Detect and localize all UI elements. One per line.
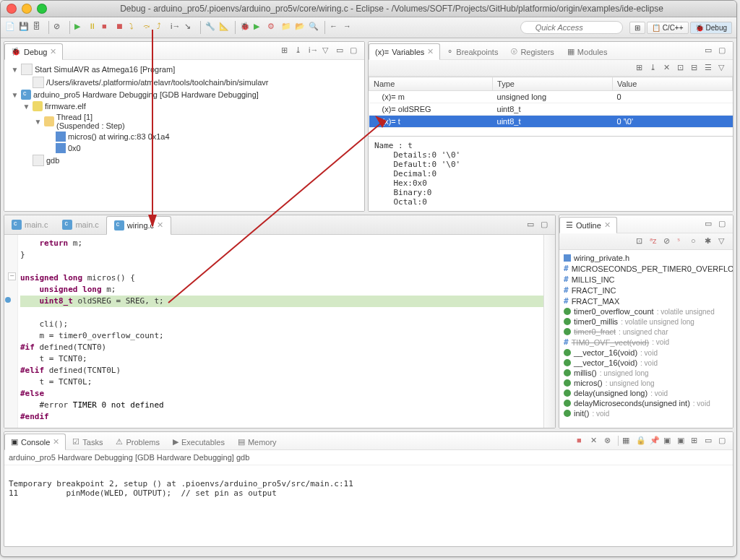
open-btn[interactable]: 📂 — [295, 22, 306, 33]
tab-variables[interactable]: (x)=Variables ✕ — [369, 43, 440, 60]
tab-outline[interactable]: ☰Outline ✕ — [559, 217, 617, 233]
debug-tree-row[interactable]: gdb — [6, 154, 363, 167]
col-name[interactable]: Name — [369, 77, 493, 91]
debug-cfg-btn[interactable]: 🐞 — [240, 22, 251, 33]
tab-console[interactable]: ▣Console ✕ — [4, 434, 66, 450]
col-value[interactable]: Value — [613, 77, 733, 91]
col-type[interactable]: Type — [493, 77, 613, 91]
terminate-icon[interactable]: ■ — [577, 436, 587, 446]
code-line[interactable]: m = timer0_overflow_count; — [20, 330, 543, 342]
pin-icon[interactable]: 📌 — [650, 436, 660, 446]
minimize-icon[interactable]: ▭ — [527, 220, 537, 230]
view-menu-icon[interactable]: ▽ — [718, 63, 728, 73]
disconnect-btn[interactable]: ⏹ — [116, 22, 127, 33]
ext-tools-btn[interactable]: ⚙ — [267, 22, 279, 33]
debug-tool-3[interactable]: i→ — [309, 46, 319, 56]
outline-item[interactable]: delay(unsigned long) : void — [564, 388, 728, 398]
tab-memory[interactable]: ▤Memory — [231, 434, 283, 449]
outline-item[interactable]: init() : void — [564, 408, 728, 418]
otool-5[interactable]: ○ — [691, 236, 701, 246]
outline-item[interactable]: wiring_private.h — [564, 253, 728, 263]
maximize-icon[interactable]: ▢ — [718, 46, 728, 56]
minimize-icon[interactable]: ▭ — [705, 436, 715, 446]
search-btn[interactable]: 🔍 — [309, 22, 320, 33]
tab-problems[interactable]: ⚠Problems — [109, 434, 165, 449]
skip-bp-btn[interactable]: ⊘ — [53, 22, 65, 33]
debug-tree-row[interactable]: ▼arduino_pro5 Hardware Debugging [GDB Ha… — [6, 89, 363, 100]
new-console-icon[interactable]: ⊞ — [691, 436, 701, 446]
otool-4[interactable]: ˢ — [677, 236, 687, 246]
step-over-btn[interactable]: ⤼ — [143, 22, 155, 33]
code-line[interactable] — [20, 307, 543, 319]
minimize-icon[interactable]: ▭ — [705, 219, 715, 229]
perspective-debug[interactable]: 🐞Debug — [690, 22, 732, 34]
tab-breakpoints[interactable]: ⚬Breakpoints — [440, 43, 504, 59]
vtool-1[interactable]: ⊞ — [636, 63, 646, 73]
maximize-icon[interactable]: ▢ — [350, 46, 360, 56]
run-cfg-btn[interactable]: ▶ — [254, 22, 265, 33]
close-icon[interactable]: ✕ — [604, 220, 611, 230]
code-line[interactable]: uint8_t oldSREG = SREG, t; — [20, 296, 543, 307]
close-window-btn[interactable] — [7, 4, 17, 14]
close-icon[interactable]: ✕ — [50, 47, 56, 56]
drop-frame-btn[interactable]: ↘ — [184, 22, 196, 33]
code-line[interactable]: } — [20, 249, 543, 261]
step-return-btn[interactable]: ⤴ — [157, 22, 168, 33]
scroll-lock-icon[interactable]: 🔒 — [636, 436, 646, 446]
tab-registers[interactable]: ⦾Registers — [504, 43, 560, 59]
tab-debug[interactable]: 🐞Debug ✕ — [4, 43, 63, 60]
open-console-icon[interactable]: ▣ — [677, 436, 687, 446]
new-btn[interactable]: 📄 — [5, 22, 17, 33]
console-output[interactable]: Temporary breakpoint 2, setup () at .pio… — [4, 465, 733, 502]
debug-tree-row[interactable]: micros() at wiring.c:83 0x1a4 — [6, 131, 363, 142]
maximize-icon[interactable]: ▢ — [718, 219, 728, 229]
tool2-btn[interactable]: 📐 — [219, 22, 231, 33]
code-line[interactable]: unsigned long m; — [20, 284, 543, 296]
code-line[interactable]: cli(); — [20, 319, 543, 330]
open-perspective-btn[interactable]: ⊞ — [629, 22, 645, 34]
view-menu-icon[interactable]: ▽ — [322, 46, 332, 56]
maximize-icon[interactable]: ▢ — [541, 220, 551, 230]
view-menu-icon[interactable]: ▽ — [718, 236, 728, 246]
code-line[interactable]: #if defined(TCNT0) — [20, 342, 543, 353]
save-btn[interactable]: 💾 — [19, 22, 30, 33]
minimize-icon[interactable]: ▭ — [705, 46, 715, 56]
remove-icon[interactable]: ✕ — [590, 436, 601, 446]
editor-tab[interactable]: main.c — [4, 216, 55, 233]
variable-row[interactable]: (x)= tuint8_t0 '\0' — [369, 116, 733, 128]
code-line[interactable]: return m; — [20, 238, 543, 249]
minimize-icon[interactable]: ▭ — [336, 46, 346, 56]
outline-item[interactable]: #MILLIS_INC — [564, 274, 728, 285]
instr-step-btn[interactable]: i→ — [171, 22, 182, 33]
otool-3[interactable]: ⊘ — [663, 236, 674, 246]
clear-icon[interactable]: ▦ — [622, 436, 632, 446]
code-line[interactable]: #elif defined(TCNT0L) — [20, 365, 543, 376]
tab-executables[interactable]: ▶Executables — [166, 434, 231, 449]
outline-item[interactable]: delayMicroseconds(unsigned int) : void — [564, 398, 728, 408]
debug-tree-row[interactable]: ▼Thread [1] (Suspended : Step) — [6, 112, 363, 131]
resume-btn[interactable]: ▶ — [74, 22, 86, 33]
vtool-4[interactable]: ⊡ — [677, 63, 687, 73]
editor-tab[interactable]: wiring.c ✕ — [106, 216, 171, 235]
otool-1[interactable]: ⊡ — [636, 236, 646, 246]
variable-row[interactable]: (x)= oldSREGuint8_t — [369, 103, 733, 116]
nav-back-btn[interactable]: ← — [330, 22, 341, 33]
tab-tasks[interactable]: ☑Tasks — [66, 434, 109, 449]
outline-item[interactable]: #TIM0_OVF_vect(void) : void — [564, 337, 728, 348]
code-line[interactable] — [20, 261, 543, 272]
debug-tree-row[interactable]: 0x0 — [6, 142, 363, 154]
code-line[interactable]: #else — [20, 388, 543, 400]
vtool-6[interactable]: ☰ — [705, 63, 715, 73]
remove-all-icon[interactable]: ⊗ — [604, 436, 614, 446]
outline-item[interactable]: __vector_16(void) : void — [564, 358, 728, 368]
code-line[interactable]: t = TCNT0L; — [20, 376, 543, 388]
otool-6[interactable]: ✱ — [705, 236, 715, 246]
code-editor[interactable]: return m;} unsigned long micros() { unsi… — [4, 235, 543, 428]
outline-item[interactable]: #FRACT_MAX — [564, 296, 728, 306]
code-line[interactable]: #error TIMER 0 not defined — [20, 400, 543, 411]
tab-modules[interactable]: ▦Modules — [561, 43, 614, 59]
outline-item[interactable]: timer0_overflow_count : volatile unsigne… — [564, 306, 728, 316]
suspend-btn[interactable]: ⏸ — [88, 22, 100, 33]
close-icon[interactable]: ✕ — [427, 47, 434, 56]
code-line[interactable]: t = TCNT0; — [20, 353, 543, 365]
